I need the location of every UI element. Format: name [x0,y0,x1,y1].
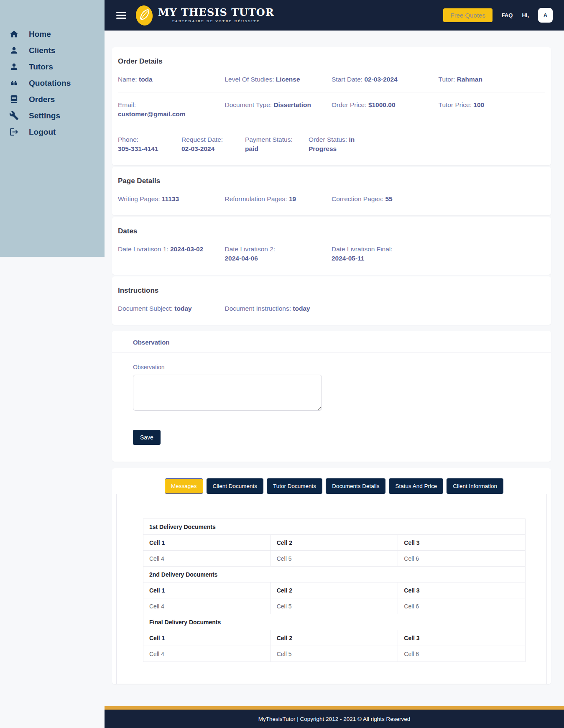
tab-panel: 1st Delivery Documents Cell 1 Cell 2 Cel… [116,494,547,684]
field-document-type: Document Type: Dissertation [225,100,332,119]
observation-field-label: Observation [133,364,164,370]
divider [118,92,545,92]
free-quotes-button[interactable]: Free Quotes [443,8,492,22]
page-details-card: Page Details Writing Pages: 11133 Reform… [112,167,551,215]
delivery-section-final: Final Delivery Documents Cell 1 Cell 2 C… [143,614,526,662]
column-header: Cell 2 [271,630,398,646]
field-document-subject: Document Subject: today [118,304,225,313]
avatar[interactable]: A [538,8,553,23]
column-header: Cell 1 [143,535,271,551]
column-header: Cell 2 [271,582,398,598]
field-date-livratison-final: Date Livratison Final: 2024-05-11 [332,245,439,263]
sidebar-item-clients[interactable]: Clients [0,42,105,59]
sidebar-item-tutors[interactable]: Tutors [0,59,105,75]
delivery-section-2: 2nd Delivery Documents Cell 1 Cell 2 Cel… [143,567,526,614]
quill-logo-icon [135,5,154,26]
section-title: Instructions [118,286,545,295]
footer-copyright: MyThesisTutor | Copyright 2012 - 2021 © … [258,716,410,722]
instructions-card: Instructions Document Subject: today Doc… [112,276,551,325]
tab-tutor-documents[interactable]: Tutor Documents [267,478,322,494]
sidebar-item-label: Settings [29,111,60,120]
sidebar-item-label: Clients [29,46,55,55]
field-level-of-studies: Level Of Studies: License [225,75,332,84]
section-title: Dates [118,227,545,235]
column-header: Cell 3 [398,630,526,646]
instructions-row: Document Subject: today Document Instruc… [118,304,545,313]
table-section-title: 2nd Delivery Documents [143,567,526,582]
tab-status-and-price[interactable]: Status And Price [389,478,443,494]
observation-input[interactable] [133,375,322,411]
table-cell: Cell 6 [398,646,526,662]
sidebar-item-quotations[interactable]: Quotations [0,75,105,91]
tab-client-information[interactable]: Client Information [447,478,503,494]
sidebar-item-label: Tutors [29,62,53,72]
field-phone: Phone: 305-331-4141 [118,135,181,153]
table-header-row: Cell 1 Cell 2 Cell 3 [143,535,526,551]
sidebar-item-orders[interactable]: Orders [0,91,105,107]
table-section-title: Final Delivery Documents [143,614,526,630]
table-cell: Cell 5 [271,598,398,614]
sidebar-item-logout[interactable]: Logout [0,124,105,140]
order-details-row: Phone: 305-331-4141 Request Date: 02-03-… [118,135,545,153]
sidebar-item-home[interactable]: Home [0,26,105,42]
observation-title: Observation [112,331,551,353]
table-cell: Cell 6 [398,551,526,567]
menu-icon[interactable] [116,10,126,20]
field-tutor-price: Tutor Price: 100 [439,100,546,119]
table-cell: Cell 4 [143,646,271,662]
footer-accent-bar [105,706,564,710]
delivery-section-1: 1st Delivery Documents Cell 1 Cell 2 Cel… [143,519,526,567]
book-icon [9,95,19,104]
delivery-documents-table: 1st Delivery Documents Cell 1 Cell 2 Cel… [143,519,526,662]
field-name: Name: toda [118,75,225,84]
field-correction-pages: Correction Pages: 55 [332,194,439,204]
field-date-livratison-2: Date Livratison 2: 2024-04-06 [225,245,332,263]
column-header: Cell 3 [398,582,526,598]
table-header-row: Cell 1 Cell 2 Cell 3 [143,582,526,598]
table-title-row: 2nd Delivery Documents [143,567,526,582]
order-details-row: Name: toda Level Of Studies: License Sta… [118,75,545,84]
table-row: Cell 4 Cell 5 Cell 6 [143,551,526,567]
divider [118,127,545,127]
sidebar-item-label: Logout [29,128,56,137]
table-title-row: 1st Delivery Documents [143,519,526,535]
tab-messages[interactable]: Messages [165,478,203,494]
tabs-strip: Messages Client Documents Tutor Document… [112,478,551,494]
order-details-row: Email: customer@gmail.com Document Type:… [118,100,545,119]
sidebar: Home Clients Tutors Quotations Orders Se… [0,0,105,257]
table-cell: Cell 5 [271,646,398,662]
order-details-card: Order Details Name: toda Level Of Studie… [112,47,551,165]
wrench-icon [9,111,19,120]
field-writing-pages: Writing Pages: 11133 [118,194,225,204]
tab-client-documents[interactable]: Client Documents [207,478,264,494]
table-row: Cell 4 Cell 5 Cell 6 [143,598,526,614]
quote-icon [9,78,19,88]
table-row: Cell 4 Cell 5 Cell 6 [143,646,526,662]
footer: MyThesisTutor | Copyright 2012 - 2021 © … [105,710,564,728]
brand-logo[interactable]: MY THESIS TUTOR PARTENAIRE DE VOTRE RÉUS… [135,5,274,26]
column-header: Cell 3 [398,535,526,551]
tab-documents-details[interactable]: Documents Details [326,478,385,494]
section-title: Page Details [118,177,545,185]
main-content: Order Details Name: toda Level Of Studie… [105,31,564,695]
brand-title: MY THESIS TUTOR [158,8,274,18]
table-cell: Cell 6 [398,598,526,614]
dates-row: Date Livratison 1: 2024-03-02 Date Livra… [118,245,545,263]
sidebar-item-label: Home [29,30,51,39]
table-cell: Cell 4 [143,598,271,614]
field-document-instructions: Document Instructions: today [225,304,332,313]
dates-card: Dates Date Livratison 1: 2024-03-02 Date… [112,217,551,275]
brand-tagline: PARTENAIRE DE VOTRE RÉUSSITE [158,19,274,23]
section-title: Order Details [118,57,545,66]
sidebar-item-settings[interactable]: Settings [0,107,105,124]
field-date-livratison-1: Date Livratison 1: 2024-03-02 [118,245,225,263]
field-tutor: Tutor: Rahman [439,75,546,84]
topbar-right: Free Quotes FAQ Hi, A [443,8,553,23]
column-header: Cell 1 [143,630,271,646]
save-button[interactable]: Save [133,430,161,445]
table-cell: Cell 5 [271,551,398,567]
page-details-row: Writing Pages: 11133 Reformulation Pages… [118,194,545,204]
greeting-text: Hi, [522,12,529,18]
table-section-title: 1st Delivery Documents [143,519,526,535]
faq-link[interactable]: FAQ [502,12,513,18]
